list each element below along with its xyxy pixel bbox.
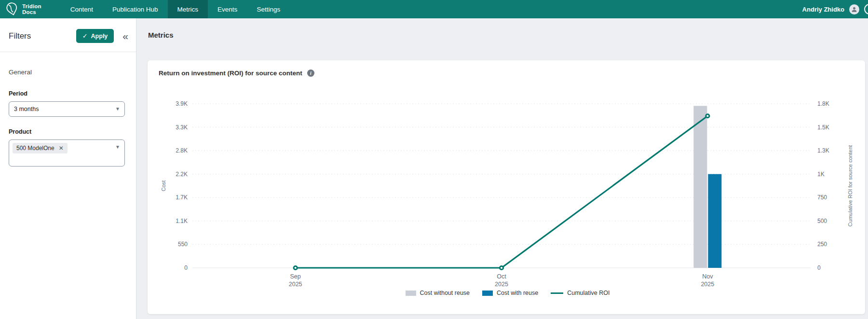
legend-item-cumulative-roi[interactable]: Cumulative ROI — [551, 290, 610, 296]
person-icon — [851, 6, 857, 13]
right-axis-tick: 1.8K — [817, 100, 829, 107]
nav-item-publication-hub[interactable]: Publication Hub — [103, 0, 168, 18]
legend-label: Cost with reuse — [497, 290, 538, 296]
nav-right: Andriy Zhidko — [802, 0, 868, 18]
period-select-value: 3 months — [9, 102, 124, 116]
filters-sidebar: Filters ✓ Apply « General Period 3 month… — [0, 18, 136, 319]
x-axis-category: Nov2025 — [701, 273, 714, 286]
right-axis-tick: 1K — [817, 171, 825, 178]
help-icon-partial[interactable] — [864, 4, 868, 14]
left-axis-tick: 0 — [184, 264, 188, 271]
apply-button[interactable]: ✓ Apply — [76, 29, 114, 43]
left-axis-tick: 2.2K — [176, 171, 188, 178]
chart-legend: Cost without reuse Cost with reuse Cumul… — [159, 290, 856, 296]
nav-item-events[interactable]: Events — [208, 0, 247, 18]
main-content: Metrics Return on investment (ROI) for s… — [137, 18, 868, 319]
collapse-sidebar-icon[interactable]: « — [122, 31, 129, 41]
left-axis-tick: 3.3K — [176, 124, 188, 131]
filters-title: Filters — [9, 31, 76, 41]
check-icon: ✓ — [82, 32, 88, 40]
general-section-title: General — [9, 69, 124, 76]
right-axis-label: Cumulative ROI for source content — [847, 145, 853, 227]
left-axis-tick: 3.9K — [176, 100, 188, 107]
bar-cost-with-reuse — [708, 174, 721, 268]
legend-swatch-line — [551, 292, 563, 294]
left-axis-tick: 1.7K — [176, 194, 188, 201]
left-axis-tick: 550 — [178, 241, 188, 248]
period-select[interactable]: 3 months ▼ — [9, 101, 125, 117]
apply-button-label: Apply — [91, 33, 108, 40]
right-axis-tick: 0 — [817, 264, 821, 271]
roi-chart-card: Return on investment (ROI) for source co… — [148, 60, 865, 314]
product-multiselect[interactable]: 500 ModelOne ✕ ▼ — [9, 139, 125, 166]
product-label: Product — [9, 128, 124, 135]
left-axis-tick: 2.8K — [176, 147, 188, 154]
legend-swatch-blue — [482, 291, 493, 296]
legend-label: Cumulative ROI — [567, 290, 610, 296]
chevron-down-icon: ▼ — [115, 144, 120, 150]
right-axis-tick: 1.3K — [817, 147, 829, 154]
chevron-down-icon: ▼ — [115, 106, 120, 111]
right-axis-tick: 750 — [817, 194, 827, 201]
brand-text: Tridion Docs — [22, 3, 41, 15]
x-axis-category: Sep2025 — [289, 273, 302, 286]
chip-remove-icon[interactable]: ✕ — [59, 145, 64, 152]
user-avatar[interactable] — [849, 4, 859, 14]
nav-item-content[interactable]: Content — [61, 0, 103, 18]
chart-plot-area: 005502501.1K5001.7K7502.2K1K2.8K1.3K3.3K… — [159, 80, 856, 286]
product-chip-label: 500 ModelOne — [16, 145, 54, 152]
page-title: Metrics — [137, 18, 868, 39]
bar-cost-without-reuse — [693, 106, 707, 268]
line-cumulative-roi — [296, 116, 708, 268]
tridion-docs-logo-icon — [6, 2, 18, 16]
filters-header: Filters ✓ Apply « — [0, 18, 136, 52]
left-axis-tick: 1.1K — [176, 218, 188, 224]
brand-logo[interactable]: Tridion Docs — [0, 0, 48, 18]
nav-item-metrics[interactable]: Metrics — [168, 0, 208, 18]
left-axis-label: Cost — [161, 180, 166, 192]
right-axis-tick: 1.5K — [817, 124, 829, 131]
line-marker — [294, 266, 297, 269]
line-marker — [706, 114, 709, 118]
product-chip: 500 ModelOne ✕ — [13, 143, 68, 153]
chart-title: Return on investment (ROI) for source co… — [159, 69, 302, 77]
nav-item-settings[interactable]: Settings — [247, 0, 290, 18]
line-marker — [500, 266, 503, 269]
legend-item-cost-with-reuse[interactable]: Cost with reuse — [482, 290, 538, 296]
info-icon[interactable]: i — [307, 69, 314, 77]
right-axis-tick: 250 — [817, 241, 827, 248]
top-navigation-bar: Tridion Docs Content Publication Hub Met… — [0, 0, 868, 18]
right-axis-tick: 500 — [817, 218, 827, 224]
nav-items: Content Publication Hub Metrics Events S… — [61, 0, 290, 18]
user-name[interactable]: Andriy Zhidko — [802, 6, 844, 13]
legend-label: Cost without reuse — [420, 290, 470, 296]
legend-swatch-gray — [406, 291, 416, 296]
legend-item-cost-without-reuse[interactable]: Cost without reuse — [406, 290, 470, 296]
period-label: Period — [9, 90, 124, 97]
roi-chart: 005502501.1K5001.7K7502.2K1K2.8K1.3K3.3K… — [159, 80, 856, 288]
x-axis-category: Oct2025 — [495, 273, 508, 286]
